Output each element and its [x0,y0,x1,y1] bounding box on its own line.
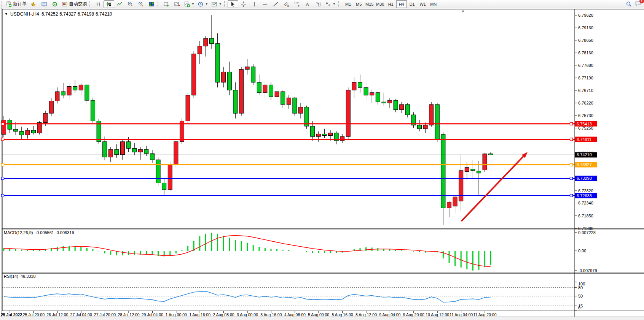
line-marker-right[interactable] [570,138,573,141]
zoom-out-button[interactable] [135,0,146,8]
chart-shift-icon [174,1,180,7]
notifications-button[interactable]: 1 [635,0,642,8]
tile-windows-button[interactable] [146,0,157,8]
line-marker-right[interactable] [570,194,573,197]
candle-bear [215,44,220,82]
line-marker-right[interactable] [570,163,573,166]
chart-canvas[interactable]: 6.796206.791306.786506.781606.776806.771… [0,8,644,317]
period-button-m5[interactable]: M5 [354,0,364,8]
candle-bear [8,120,12,129]
period-button-d1[interactable]: D1 [407,0,418,8]
templates-button[interactable]: ▼ [210,0,223,8]
line-marker-left[interactable] [2,177,4,180]
candle-bull [275,92,279,97]
trendline-button[interactable] [270,0,281,8]
chart-shift-marker[interactable]: ▼ [461,10,465,13]
candle-bear [32,130,36,133]
price-tick-label: 6.79620 [578,13,593,17]
cursor-button[interactable] [228,0,238,8]
line-marker-right[interactable] [570,122,573,125]
text-label-icon: T [315,1,321,7]
collapse-triangle-icon[interactable]: ▼ [5,12,8,16]
candle-bear [311,126,315,136]
fibonacci-icon: F [294,1,300,7]
crosshair-button[interactable] [238,0,249,8]
period-button-mn[interactable]: MN [428,0,439,8]
period-button-h4[interactable]: H4 [396,0,407,8]
price-tick-label: 6.72340 [578,201,593,205]
new-order-button[interactable]: 新订单 [4,0,28,8]
ohlc-close: 6.74210 [96,11,112,17]
candle-bull [55,92,59,101]
zoom-in-button[interactable] [125,0,135,8]
crosshair-icon [241,1,247,7]
toolbar-grip[interactable] [89,1,92,7]
line-chart-icon [116,1,123,7]
candle-bear [382,102,386,103]
horizontal-line-button[interactable] [260,0,270,8]
candle-bear [477,171,481,173]
price-line-badge-label: 6.72633 [577,193,592,198]
candle-bull [483,154,487,170]
line-chart-button[interactable] [114,0,125,8]
chart-shift-button[interactable] [172,0,182,8]
line-marker-left[interactable] [2,194,4,197]
line-marker-right[interactable] [570,177,573,180]
navigator-icon [52,1,58,7]
price-line-badge-label: 6.74811 [577,137,591,142]
cursor-icon [230,1,236,7]
candle-bull [121,142,125,155]
equidistant-channel-button[interactable]: E [281,0,292,8]
notification-badge: 1 [639,0,644,3]
rsi-tick-label: 80 [578,285,583,290]
candle-bull [423,125,427,129]
periods-menu-button[interactable]: ▼ [196,0,210,8]
price-line-badge-label: 6.75413 [577,122,592,126]
macd-indicator-label: MACD(12,26,9) -0.005561 -0.006319 [4,230,74,235]
period-button-m15[interactable]: M15 [364,0,375,8]
period-button-w1[interactable]: W1 [418,0,428,8]
candle-bull [186,95,190,121]
candle-bull [299,107,303,113]
line-marker-left[interactable] [2,163,4,166]
autotrading-button[interactable]: 自动交易 [60,0,89,8]
add-indicator-icon [184,1,190,7]
candle-bear [358,82,362,88]
fibonacci-button[interactable]: F [292,0,302,8]
arrows-button[interactable]: ▼ [324,0,337,8]
price-line-badge-label: 6.73298 [577,176,592,181]
autotrading-icon [62,1,68,7]
horizontal-line-icon [262,1,268,7]
search-icon[interactable] [626,1,632,7]
candle-bear [227,72,231,90]
bar-chart-button[interactable] [93,0,104,8]
candlestick-chart-button[interactable] [104,0,114,8]
svg-text:A: A [306,2,309,6]
text-label-button[interactable]: T [313,0,324,8]
metaeditor-button[interactable] [28,0,39,8]
toolbar-grip[interactable] [1,1,3,7]
toolbar-grip[interactable] [338,1,341,7]
market-watch-button[interactable] [39,0,49,8]
channel-icon: E [283,1,289,7]
period-button-m1[interactable]: M1 [343,0,354,8]
candle-bull [198,46,202,54]
candle-bull [174,142,178,165]
template-icon [211,1,217,7]
rsi-value: 46.3338 [21,274,36,279]
vertical-line-button[interactable] [249,0,260,8]
toolbar-grip[interactable] [224,1,227,7]
period-button-h1[interactable]: H1 [386,0,396,8]
candle-bear [85,85,89,100]
add-indicator-button[interactable]: ▼ [182,0,196,8]
auto-arrange-button[interactable] [161,0,172,8]
candle-bull [245,67,249,70]
text-button[interactable]: A [302,0,313,8]
period-button-m30[interactable]: M30 [375,0,386,8]
line-marker-left[interactable] [2,122,4,125]
toolbar-grip[interactable] [158,1,160,7]
navigator-button[interactable] [49,0,60,8]
chart-title: ▼ USDCNH-,H4 6.74252 6.74327 6.74198 6.7… [5,11,112,17]
candlestick-icon [106,1,112,7]
line-marker-left[interactable] [2,138,4,141]
